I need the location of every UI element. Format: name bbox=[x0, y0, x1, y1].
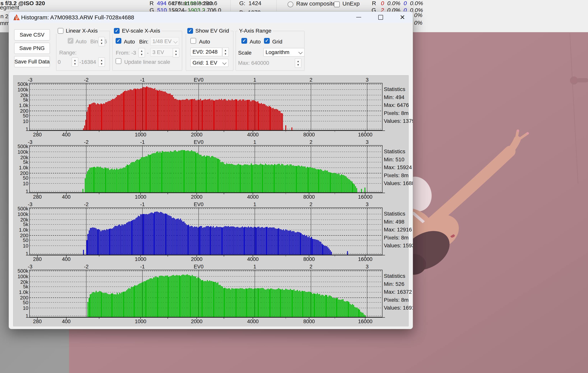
ev-from-spinner[interactable]: ▲▼ bbox=[138, 48, 145, 57]
ev-axis-label: -1 bbox=[140, 77, 145, 83]
x-axis-label: 400 bbox=[62, 256, 71, 262]
minimize-button[interactable] bbox=[350, 12, 368, 23]
window-titlebar[interactable]: Histogram: A7M09833.ARW Full-7028x4688 ✕ bbox=[9, 12, 413, 23]
divider bbox=[0, 11, 10, 12]
x-axis-label: 4000 bbox=[247, 319, 259, 324]
ev-axis-label: -3 bbox=[28, 202, 32, 207]
stats-values-green: Values: 1688 bbox=[384, 180, 413, 186]
unexp-checkbox[interactable] bbox=[334, 1, 340, 7]
linear-auto-label: Auto bbox=[75, 39, 87, 45]
y-max-label: Max: 640000 bbox=[238, 60, 269, 66]
linear-bin-spinner: ▲▼ bbox=[98, 37, 105, 46]
y-axis-label: 1.0k bbox=[13, 289, 28, 295]
stats-min-blue: Min: 498 bbox=[384, 219, 404, 225]
y-axis-label: 100k bbox=[13, 87, 28, 92]
overexp-row-r: R 0 0.0% 0 0.0% bbox=[372, 0, 423, 7]
sample-g-label: G: bbox=[239, 0, 245, 6]
y-axis-label: 100k bbox=[13, 211, 28, 217]
ev-scale-checkbox[interactable] bbox=[114, 28, 120, 34]
save-png-button[interactable]: Save PNG bbox=[14, 43, 50, 54]
scale-dropdown[interactable]: Logarithm bbox=[263, 48, 304, 57]
stats-values-blue: Values: 1593 bbox=[384, 242, 413, 249]
x-axis-label: 16000 bbox=[358, 256, 372, 262]
y-axis-label: 100k bbox=[13, 149, 28, 155]
show-ev-grid-checkbox[interactable] bbox=[187, 28, 193, 34]
ev-axis-label: 3 bbox=[366, 264, 368, 270]
ev-to-value: 3 EV bbox=[152, 49, 164, 55]
x-axis-label: 400 bbox=[62, 194, 71, 200]
y-axis-label: 10 bbox=[13, 118, 28, 124]
occluded-percent-1: 0% bbox=[414, 12, 422, 18]
minimize-icon bbox=[356, 17, 361, 17]
update-linear-label: Update linear scale bbox=[124, 59, 170, 65]
x-axis-label: 280 bbox=[33, 194, 42, 200]
stats-max-red: Max: 6476 bbox=[384, 102, 409, 108]
exif-fragment-1: egment bbox=[0, 4, 19, 11]
y-axis-label: 1 bbox=[13, 251, 28, 257]
grid-step-value: Grid: 1 EV bbox=[192, 60, 217, 66]
y-axis-label: 5k bbox=[13, 284, 28, 290]
evgrid-auto-label: Auto bbox=[199, 39, 210, 45]
save-csv-button[interactable]: Save CSV bbox=[14, 29, 50, 40]
linear-x-axis-label: Linear X-Axis bbox=[66, 28, 98, 34]
chevron-down-icon bbox=[222, 61, 226, 65]
stats-max-green: Max: 15924 bbox=[384, 164, 412, 171]
stats-min-red: Min: 494 bbox=[384, 94, 404, 101]
raw-composite-radio[interactable] bbox=[288, 1, 293, 7]
x-axis-label: 16000 bbox=[358, 132, 372, 138]
y-axis-range-label: Y-Axis Range bbox=[239, 28, 272, 34]
maximize-button[interactable] bbox=[372, 12, 389, 23]
ev-axis-label: -2 bbox=[84, 77, 89, 83]
stats-title-green: Statistics bbox=[384, 149, 405, 155]
overexp-r-label: R bbox=[372, 0, 376, 6]
save-full-data-button[interactable]: Save Full Data bbox=[14, 56, 50, 67]
grid-step-dropdown[interactable]: Grid: 1 EV bbox=[190, 59, 228, 67]
histogram-plot-blue bbox=[13, 200, 408, 262]
x-axis-label: 400 bbox=[62, 319, 71, 324]
x-axis-label: 2000 bbox=[191, 194, 202, 200]
ev-to-spinner[interactable]: ▲▼ bbox=[173, 48, 179, 57]
ev-auto-checkbox[interactable] bbox=[116, 38, 121, 44]
occluded-percent-2: 0% bbox=[414, 20, 422, 26]
stats-pixels-red: Pixels: 8m bbox=[384, 110, 409, 116]
y-auto-label: Auto bbox=[250, 39, 261, 45]
ev-bin-value: 1/48 EV bbox=[152, 38, 172, 44]
stats-pixels-green: Pixels: 8m bbox=[384, 172, 409, 179]
y-max-spinner: ▲▼ bbox=[295, 59, 301, 68]
stats-pixels-green2: Pixels: 8m bbox=[384, 297, 409, 303]
x-axis-label: 4000 bbox=[247, 132, 259, 138]
stats-title-blue: Statistics bbox=[384, 211, 405, 217]
ev-axis-label: EV0 bbox=[194, 264, 203, 270]
linear-x-axis-checkbox[interactable] bbox=[58, 28, 63, 34]
row-r-min: 494 bbox=[157, 0, 166, 6]
evgrid-auto-checkbox[interactable] bbox=[190, 38, 196, 44]
hint-line-1: to start selection bbox=[172, 0, 213, 7]
stats-values-red: Values: 1379 bbox=[384, 118, 413, 124]
divider bbox=[231, 0, 231, 11]
y-axis-label: 1.0k bbox=[13, 227, 28, 233]
x-axis-label: 280 bbox=[33, 132, 42, 138]
x-axis-label: 8000 bbox=[303, 194, 315, 200]
ev0-field[interactable]: EV0: 2048 bbox=[190, 48, 222, 56]
ev-axis-label: 1 bbox=[253, 77, 256, 83]
x-axis-label: 8000 bbox=[303, 319, 315, 324]
linear-range-label: Range: bbox=[59, 50, 76, 56]
ev-axis-label: 1 bbox=[253, 139, 256, 145]
y-auto-checkbox[interactable] bbox=[241, 38, 247, 44]
update-linear-checkbox[interactable] bbox=[116, 58, 121, 64]
x-axis-label: 280 bbox=[33, 319, 42, 324]
stats-pixels-blue: Pixels: 8m bbox=[384, 235, 409, 241]
y-axis-label: 10 bbox=[13, 243, 28, 249]
ev0-spinner[interactable]: ▲▼ bbox=[222, 48, 229, 57]
overexp-r-p1: 0.0% bbox=[387, 0, 400, 6]
y-axis-label: 100k bbox=[13, 273, 28, 279]
histogram-panel-green: -3-2-1EV0123500k100k20k5k1.0k20050101280… bbox=[13, 138, 408, 200]
x-axis-label: 8000 bbox=[303, 256, 315, 262]
y-grid-checkbox[interactable] bbox=[264, 38, 270, 44]
close-button[interactable]: ✕ bbox=[394, 12, 411, 23]
scale-value: Logarithm bbox=[265, 49, 290, 55]
x-axis-label: 400 bbox=[62, 132, 71, 138]
histogram-plot-green bbox=[13, 138, 408, 200]
y-axis-label: 500k bbox=[13, 81, 28, 87]
maximize-icon bbox=[378, 15, 383, 20]
